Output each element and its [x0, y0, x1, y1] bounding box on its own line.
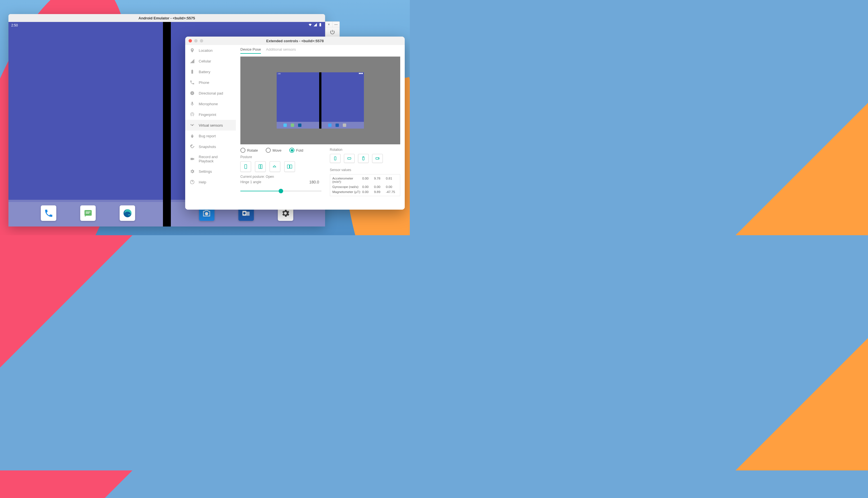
power-icon[interactable] — [329, 29, 335, 35]
sidebar-item-dpad[interactable]: Directional pad — [185, 88, 236, 99]
extended-controls-window: Extended controls - <build>:5578 Locatio… — [185, 37, 405, 210]
hinge-value: 180.0 — [309, 180, 319, 184]
sensor-row: Magnetometer (μT):0.009.89-47.75 — [333, 190, 398, 194]
svg-point-12 — [192, 93, 193, 94]
help-icon — [190, 180, 195, 185]
close-traffic-light[interactable] — [189, 39, 192, 42]
dock-phone-icon[interactable] — [41, 205, 56, 221]
close-button[interactable]: × — [325, 22, 333, 27]
posture-closed-button[interactable] — [241, 161, 251, 172]
posture-halfopen-button[interactable] — [255, 161, 266, 172]
sidebar-item-label: Cellular — [199, 59, 211, 63]
sidebar-item-label: Directional pad — [199, 91, 223, 95]
sidebar-item-phone[interactable]: Phone — [185, 77, 236, 88]
record-icon — [190, 156, 195, 161]
settings-icon — [190, 169, 195, 174]
ext-titlebar[interactable]: Extended controls - <build>:5578 — [185, 37, 405, 45]
wifi-icon — [308, 23, 312, 27]
rotation-landscape-right-button[interactable] — [372, 154, 383, 163]
dock-left — [9, 200, 163, 226]
hinge-slider-thumb[interactable] — [278, 189, 283, 193]
sidebar-item-settings[interactable]: Settings — [185, 166, 236, 177]
screen-left-half[interactable]: 2:50 — [9, 22, 163, 226]
sidebar-item-mic[interactable]: Microphone — [185, 99, 236, 109]
sensors-icon — [190, 123, 195, 128]
minimize-button[interactable]: — — [333, 22, 340, 27]
ext-title: Extended controls - <build>:5578 — [266, 39, 324, 43]
sidebar-item-label: Fingerprint — [199, 113, 216, 117]
tab-device-pose[interactable]: Device Pose — [241, 47, 261, 54]
battery-icon — [318, 23, 322, 27]
sidebar-item-bug[interactable]: Bug report — [185, 131, 236, 141]
sensor-values-box: Accelerometer (m/s²):0.009.780.81Gyrosco… — [330, 174, 400, 196]
mode-radio-move[interactable]: Move — [266, 148, 282, 153]
sidebar-item-label: Battery — [199, 70, 210, 74]
traffic-lights — [189, 39, 203, 42]
battery-icon — [190, 69, 195, 74]
tab-additional-sensors[interactable]: Additional sensors — [266, 47, 296, 54]
zoom-traffic-light[interactable] — [200, 39, 203, 42]
sidebar-item-location[interactable]: Location — [185, 45, 236, 56]
svg-point-24 — [363, 157, 364, 158]
svg-rect-5 — [320, 23, 321, 23]
posture-label: Posture — [241, 155, 321, 159]
sidebar-item-record[interactable]: Record and Playback — [185, 152, 236, 166]
snapshot-icon — [190, 144, 195, 149]
sidebar-item-label: Phone — [199, 80, 209, 85]
svg-rect-17 — [261, 165, 262, 169]
dock-messages-icon[interactable] — [80, 205, 96, 221]
sensor-values-label: Sensor values — [330, 168, 400, 172]
sidebar-item-help[interactable]: Help — [185, 177, 236, 187]
bug-icon — [190, 133, 195, 139]
dpad-icon — [190, 91, 195, 96]
svg-point-26 — [378, 158, 379, 159]
svg-rect-21 — [334, 157, 336, 160]
svg-rect-16 — [259, 165, 261, 169]
posture-book-button[interactable] — [284, 161, 295, 172]
sidebar-item-label: Microphone — [199, 102, 218, 106]
phone-icon — [190, 80, 195, 85]
fingerprint-icon — [190, 112, 195, 117]
dock-edge-icon[interactable] — [120, 205, 135, 221]
mode-radio-rotate[interactable]: Rotate — [241, 148, 258, 153]
mode-radio-fold[interactable]: Fold — [289, 148, 303, 153]
svg-rect-19 — [290, 165, 292, 169]
signal-icon — [313, 23, 317, 27]
posture-tabletop-button[interactable] — [270, 161, 280, 172]
hinge-slider[interactable] — [241, 188, 321, 194]
svg-rect-15 — [245, 165, 247, 169]
svg-point-8 — [243, 212, 246, 214]
cellular-icon — [190, 58, 195, 64]
sidebar-item-fingerprint[interactable]: Fingerprint — [185, 109, 236, 120]
sensor-row: Accelerometer (m/s²):0.009.780.81 — [333, 177, 398, 183]
sidebar-item-snapshot[interactable]: Snapshots — [185, 141, 236, 152]
sidebar-item-label: Location — [199, 48, 212, 53]
sidebar-item-label: Help — [199, 180, 206, 184]
svg-rect-4 — [320, 23, 321, 26]
clock: 2:50 — [11, 23, 18, 27]
emulator-titlebar[interactable]: Android Emulator - <build>:5575 — [9, 14, 325, 22]
sidebar-item-battery[interactable]: Battery — [185, 66, 236, 77]
tabs: Device PoseAdditional sensors — [241, 47, 400, 54]
sidebar-item-label: Virtual sensors — [199, 123, 223, 128]
mic-icon — [190, 101, 195, 106]
svg-rect-13 — [191, 158, 193, 160]
current-posture: Current posture: Open — [241, 175, 321, 179]
device-preview[interactable]: 2:50 — [241, 56, 400, 144]
sidebar-item-label: Record and Playback — [199, 155, 231, 163]
sidebar-item-cellular[interactable]: Cellular — [185, 56, 236, 66]
minimize-traffic-light[interactable] — [194, 39, 197, 42]
rotation-label: Rotation — [330, 148, 400, 152]
rotation-portrait-button[interactable] — [330, 154, 340, 163]
sensor-row: Gyroscope (rad/s):0.000.000.00 — [333, 185, 398, 188]
svg-rect-18 — [287, 165, 289, 169]
svg-point-6 — [205, 212, 208, 215]
rotation-portrait-reverse-button[interactable] — [358, 154, 369, 163]
sidebar-item-label: Bug report — [199, 134, 216, 138]
sidebar-item-sensors[interactable]: Virtual sensors — [185, 120, 236, 131]
rotation-buttons — [330, 154, 400, 163]
svg-rect-10 — [192, 70, 193, 70]
posture-buttons — [241, 161, 321, 172]
rotation-landscape-left-button[interactable] — [344, 154, 355, 163]
ext-content: Device PoseAdditional sensors 2:50 Rotat… — [236, 45, 405, 210]
